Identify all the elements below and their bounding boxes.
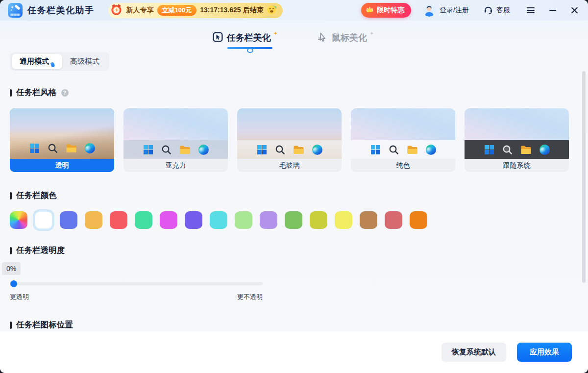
- edge-browser-icon: [312, 145, 322, 155]
- edge-browser-icon: [198, 145, 209, 155]
- color-swatches: [10, 211, 578, 229]
- color-swatch-#f55a60[interactable]: [110, 211, 127, 229]
- tab-mouse-beautify[interactable]: 鼠标美化 ✦: [318, 32, 375, 44]
- style-card-label: 毛玻璃: [237, 159, 342, 172]
- limited-offer-button[interactable]: 限时特惠: [361, 3, 411, 18]
- close-icon[interactable]: [571, 7, 578, 14]
- promo-label: 新人专享: [126, 6, 154, 15]
- color-swatch-#58dce6[interactable]: [210, 211, 227, 229]
- edge-browser-icon: [539, 145, 550, 155]
- more-transparent-label: 更透明: [10, 293, 29, 301]
- tab-label: 任务栏美化: [227, 32, 271, 44]
- search-icon: [48, 143, 58, 153]
- section-title: 任务栏风格: [16, 87, 57, 98]
- color-swatch-#a9e795[interactable]: [235, 211, 252, 229]
- color-swatch-#bb8453[interactable]: [360, 211, 377, 229]
- color-swatch-#43dfa0[interactable]: [135, 211, 152, 229]
- mode-tabs: 通用模式 高级模式: [10, 52, 109, 71]
- color-picker-swatch[interactable]: [10, 211, 27, 229]
- limited-offer-label: 限时特惠: [377, 6, 404, 15]
- search-icon: [502, 145, 513, 155]
- folder-icon: [407, 145, 418, 154]
- color-swatch-#7cc35f[interactable]: [285, 211, 302, 229]
- less-transparent-label: 更不透明: [237, 293, 263, 301]
- apply-effect-button[interactable]: 应用效果: [517, 343, 572, 362]
- login-register-link[interactable]: 登录/注册: [440, 6, 469, 15]
- windows-logo-icon: [370, 145, 381, 155]
- color-swatch-#6478ee[interactable]: [60, 211, 77, 229]
- folder-icon: [293, 145, 304, 154]
- restore-defaults-button[interactable]: 恢复系统默认: [441, 343, 506, 362]
- color-swatch-#c9cf3a[interactable]: [310, 211, 327, 229]
- style-preview: [351, 108, 455, 159]
- windows-logo-icon: [484, 145, 494, 155]
- folder-icon: [66, 144, 77, 153]
- alarm-clock-icon: [110, 3, 123, 18]
- support-button[interactable]: 客服: [484, 5, 510, 16]
- style-cards: 透明 亚克力: [10, 108, 578, 172]
- color-swatch-#e156ee[interactable]: [160, 211, 177, 229]
- slider-track[interactable]: [10, 282, 263, 285]
- style-card-label: 透明: [10, 159, 114, 172]
- windows-logo-icon: [257, 145, 267, 155]
- style-card-label: 亚克力: [123, 159, 228, 172]
- section-taskbar-transparency: 任务栏透明度: [10, 245, 578, 256]
- minimize-icon[interactable]: [549, 10, 556, 11]
- section-title: 任务栏颜色: [16, 190, 57, 201]
- color-swatch-#b392ec[interactable]: [260, 211, 277, 229]
- search-icon: [275, 145, 285, 155]
- tab-taskbar-beautify[interactable]: 任务栏美化 ✦: [213, 32, 279, 44]
- style-card-label: 跟随系统: [465, 159, 569, 172]
- promo-banner[interactable]: 新人专享 立减100元 13:17:13.625 后结束: [108, 3, 283, 18]
- brush-comma-icon: [50, 62, 55, 68]
- transparency-value-badge: 0%: [2, 262, 21, 275]
- color-swatch-#d66a6f[interactable]: [385, 211, 402, 229]
- tab-label: 鼠标美化: [332, 32, 367, 44]
- style-card-solid[interactable]: 纯色: [351, 108, 455, 172]
- titlebar: 任务栏美化助手 新人专享 立减100元 13:17:13.625 后结束: [0, 0, 588, 21]
- window-controls: [527, 7, 578, 14]
- color-swatch-#745ced[interactable]: [185, 211, 202, 229]
- slider-labels: 更透明 更不透明: [10, 293, 263, 301]
- style-preview: [123, 108, 228, 159]
- app-logo-icon: [8, 3, 23, 18]
- color-swatch-#f2b950[interactable]: [85, 211, 102, 229]
- folder-icon: [520, 145, 532, 154]
- menu-icon[interactable]: [527, 7, 535, 14]
- search-icon: [161, 145, 172, 155]
- style-preview: [10, 108, 114, 159]
- slider-thumb[interactable]: [10, 280, 17, 287]
- section-taskbar-icon-position: 任务栏图标位置: [10, 320, 578, 330]
- style-card-transparent[interactable]: 透明: [10, 108, 114, 172]
- style-preview: [465, 108, 569, 159]
- section-taskbar-style: 任务栏风格: [10, 87, 578, 98]
- windows-logo-icon: [29, 143, 40, 153]
- mode-tab-general[interactable]: 通用模式: [12, 54, 62, 69]
- main-nav: 任务栏美化 ✦ 鼠标美化 ✦: [0, 21, 588, 51]
- edge-browser-icon: [85, 143, 95, 153]
- transparency-slider[interactable]: [10, 280, 263, 287]
- scrollbar-thumb[interactable]: [582, 71, 586, 283]
- mode-tab-advanced[interactable]: 高级模式: [62, 54, 107, 69]
- active-tab-underline: [227, 47, 272, 49]
- edge-browser-icon: [426, 145, 436, 155]
- section-title: 任务栏图标位置: [16, 320, 73, 330]
- promo-discount-badge: 立减100元: [157, 5, 197, 16]
- sparkle-icon: ✦: [369, 30, 374, 37]
- search-icon: [389, 145, 399, 155]
- style-card-acrylic[interactable]: 亚克力: [123, 108, 228, 172]
- crying-emoji-icon: [267, 4, 277, 17]
- color-swatch-#ffffff[interactable]: [35, 211, 52, 229]
- avatar[interactable]: [423, 4, 436, 17]
- color-swatch-#ee8115[interactable]: [410, 211, 427, 229]
- style-card-system[interactable]: 跟随系统: [465, 108, 569, 172]
- section-bar: [10, 192, 12, 199]
- section-bar: [10, 322, 12, 329]
- support-label: 客服: [496, 6, 510, 15]
- help-icon[interactable]: [61, 89, 69, 97]
- style-card-frosted[interactable]: 毛玻璃: [237, 108, 342, 172]
- color-swatch-#f1ed63[interactable]: [335, 211, 352, 229]
- app-title: 任务栏美化助手: [27, 4, 95, 16]
- folder-icon: [179, 145, 191, 154]
- windows-logo-icon: [143, 145, 153, 155]
